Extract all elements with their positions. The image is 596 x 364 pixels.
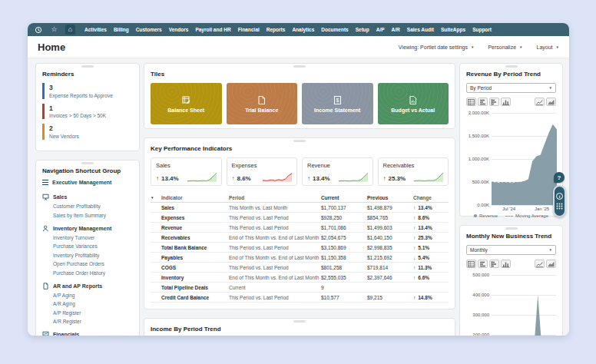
kpi-table-row[interactable]: Credit Card Balance This Period vs. Last…: [151, 293, 449, 303]
line-chart-icon[interactable]: [535, 260, 545, 268]
shortcut-link[interactable]: Inventory Turnover: [53, 235, 133, 240]
favorites-star-icon[interactable]: ☆: [49, 25, 59, 35]
drag-handle[interactable]: [81, 65, 94, 68]
reminder-item[interactable]: 3 Expense Reports to Approve: [42, 83, 133, 99]
reminders-portlet: Reminders 3 Expense Reports to Approve 1…: [35, 63, 140, 151]
drag-handle[interactable]: [505, 227, 518, 230]
area-chart-icon[interactable]: [546, 260, 556, 268]
nav-menu-item[interactable]: A/R: [392, 27, 400, 32]
reminders-list: 3 Expense Reports to Approve 1 Invoices …: [42, 83, 133, 140]
tile-balance-sheet[interactable]: Balance Sheet: [151, 83, 222, 124]
shortcut-executive-management[interactable]: Executive Management: [42, 180, 133, 186]
shortcut-group-ar-ap[interactable]: AR and AP Reports: [42, 283, 133, 290]
kpi-card-revenue[interactable]: Revenue ↑13.4%: [302, 157, 373, 186]
legend-moving-average[interactable]: Moving Average: [505, 213, 548, 218]
kpi-table-row[interactable]: Inventory End of This Month vs. End of L…: [151, 273, 449, 283]
kpi-table-row[interactable]: Receivables End of This Month vs. End of…: [151, 233, 449, 243]
nav-menu-item[interactable]: Customers: [136, 27, 162, 32]
kpi-table-row[interactable]: COGS This Period vs. Last Period $801,25…: [151, 263, 449, 273]
kpi-table-header: ▼ Indicator Period Current Previous Chan…: [151, 193, 449, 203]
nav-menu-item[interactable]: Financial: [238, 27, 260, 32]
shortcut-group-sales[interactable]: Sales: [42, 194, 133, 200]
revenue-plot[interactable]: [492, 113, 557, 205]
drag-handle[interactable]: [81, 162, 94, 164]
area-chart-icon[interactable]: [546, 98, 556, 106]
kpi-table-row[interactable]: Payables End of This Month vs. End of La…: [151, 253, 449, 263]
document-icon: [257, 95, 267, 105]
feedback-widget[interactable]: i: [553, 185, 566, 217]
shortcut-link[interactable]: Purchase Variances: [53, 243, 133, 249]
nav-menu-item[interactable]: Sales Audit: [407, 27, 434, 32]
kpi-card-sales[interactable]: Sales ↑13.4%: [151, 157, 222, 186]
nav-menu-item[interactable]: Setup: [356, 27, 369, 32]
history-icon[interactable]: [33, 25, 43, 35]
legend-revenue[interactable]: Revenue: [474, 213, 498, 218]
nav-menu-item[interactable]: Vendors: [169, 27, 189, 32]
change-cell: ↑14.8%: [413, 295, 449, 300]
shortcut-link[interactable]: Customer Profitability: [53, 204, 133, 209]
help-button[interactable]: ?: [554, 172, 565, 183]
revenue-period-select[interactable]: By Period▼: [466, 83, 556, 93]
hbar-chart-icon[interactable]: [478, 260, 488, 268]
tile-income-statement[interactable]: $ Income Statement: [302, 83, 373, 124]
reminder-item[interactable]: 1 Invoices > 50 Days > 50K: [42, 104, 133, 120]
home-icon[interactable]: ⌂: [65, 25, 75, 35]
hbar-chart-icon[interactable]: [478, 98, 488, 106]
shortcut-link[interactable]: A/R Register: [53, 319, 133, 324]
viewing-settings-dropdown[interactable]: Viewing: Portlet date settings▼: [399, 45, 475, 50]
layout-dropdown[interactable]: Layout▼: [537, 45, 560, 50]
shortcut-group-inventory[interactable]: Inventory Management: [42, 225, 133, 232]
kpi-card-receivables[interactable]: Receivables ↑25.3%: [378, 157, 449, 186]
sort-caret-icon[interactable]: ▼: [151, 196, 161, 200]
nav-menu-item[interactable]: Analytics: [292, 27, 314, 32]
kpi-card-expenses[interactable]: Expenses ↑8.6%: [227, 157, 298, 186]
kpi-table-row[interactable]: Revenue This Period vs. Last Period $1,7…: [151, 223, 449, 233]
nav-menu-item[interactable]: Documents: [321, 27, 348, 32]
shortcut-link[interactable]: A/R Aging: [53, 301, 133, 306]
shortcut-link[interactable]: Sales by Item Summary: [53, 213, 133, 218]
drag-handle[interactable]: [293, 320, 306, 323]
document-chart-icon: [408, 95, 418, 105]
table-view-icon[interactable]: [466, 260, 476, 268]
shortcut-group-financials[interactable]: Financials: [42, 331, 133, 336]
nav-menu-item[interactable]: A/P: [376, 27, 385, 32]
nav-menu-item[interactable]: SuiteApps: [441, 27, 465, 32]
monthly-plot[interactable]: [492, 275, 557, 336]
drag-handle[interactable]: [505, 65, 518, 68]
column-chart-icon[interactable]: [501, 260, 511, 268]
shortcut-link[interactable]: Open Purchase Orders: [53, 261, 133, 266]
reminder-item[interactable]: 2 New Vendors: [42, 124, 133, 140]
previous-cell: $854,765: [367, 215, 413, 220]
kpi-table-row[interactable]: Expenses This Period vs. Last Period $92…: [151, 213, 449, 223]
y-tick: 1,000.00K: [466, 157, 489, 161]
kpi-table-row[interactable]: Sales This Month vs. Last Month $1,700,1…: [151, 203, 449, 213]
tile-trial-balance[interactable]: Trial Balance: [227, 83, 298, 124]
page-title: Home: [38, 41, 65, 53]
nav-menu-item[interactable]: Payroll and HR: [195, 27, 230, 32]
kpi-table-row[interactable]: Total Pipeline Deals Current 9: [151, 283, 449, 293]
personalize-dropdown[interactable]: Personalize▼: [488, 45, 522, 50]
column-chart-icon[interactable]: [501, 98, 511, 106]
nav-menu-item[interactable]: Support: [472, 27, 492, 32]
shortcut-link[interactable]: A/P Register: [53, 310, 133, 316]
stacked-bar-chart-icon[interactable]: [489, 260, 499, 268]
nav-menu-item[interactable]: Billing: [114, 27, 129, 32]
shortcut-link[interactable]: Purchase Order History: [53, 270, 133, 276]
drag-handle[interactable]: [293, 65, 306, 68]
info-icon: i: [556, 193, 563, 200]
y-tick: 300,000: [466, 313, 489, 317]
drag-handle[interactable]: [293, 140, 306, 142]
tile-budget-vs-actual[interactable]: Budget vs Actual: [378, 83, 449, 124]
period-cell: This Period vs. Last Period: [229, 295, 321, 300]
table-view-icon[interactable]: [466, 98, 476, 106]
line-chart-icon[interactable]: [535, 98, 545, 106]
monthly-period-select[interactable]: Monthly▼: [466, 245, 556, 255]
nav-menu-item[interactable]: Activities: [84, 27, 107, 32]
shortcut-link[interactable]: Inventory Profitability: [53, 253, 133, 258]
sparkline-up-green: [339, 171, 368, 182]
trend-arrow-icon: ↑: [413, 215, 416, 220]
kpi-table-row[interactable]: Total Bank Balance This Period vs. Last …: [151, 243, 449, 253]
nav-menu-item[interactable]: Reports: [267, 27, 286, 32]
shortcut-link[interactable]: A/P Aging: [53, 293, 133, 298]
stacked-bar-chart-icon[interactable]: [489, 98, 499, 106]
